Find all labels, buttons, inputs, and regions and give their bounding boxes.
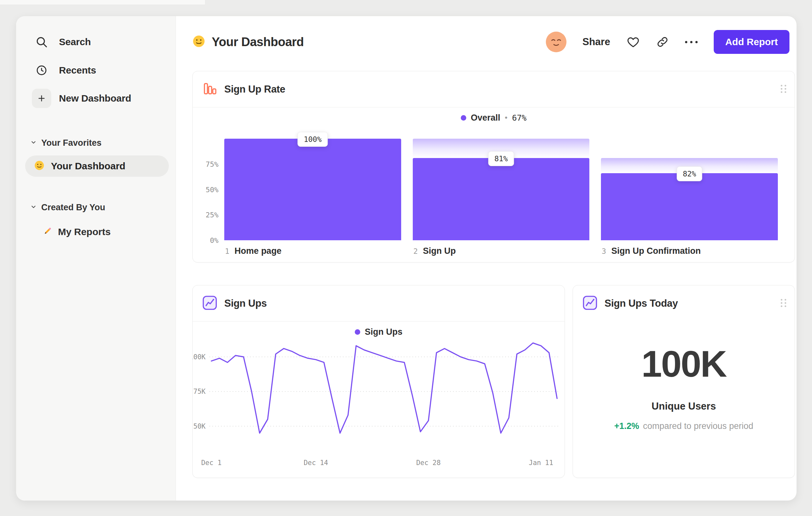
created-section-label: Created By You (41, 202, 105, 213)
stat-value: 100K (642, 345, 726, 382)
stat-delta-description: compared to previous period (643, 421, 753, 431)
sidebar: Search Recents New Dashboard Your Favori… (16, 16, 176, 500)
add-report-button[interactable]: Add Report (714, 30, 789, 54)
drag-handle-dots[interactable] (781, 85, 786, 93)
sign-ups-today-card-header: Sign Ups Today (573, 286, 794, 322)
sidebar-section-your-favorites[interactable]: Your Favorites (30, 138, 102, 148)
sidebar-recents-label: Recents (59, 65, 96, 76)
sign-ups-line-chart[interactable]: 100K75K50KDec 1Dec 14Dec 28Jan 11 (193, 336, 564, 475)
clock-icon (32, 61, 51, 80)
funnel-value-tooltip: 81% (488, 151, 514, 166)
smiley-emoji (34, 160, 45, 172)
funnel-value-tooltip: 100% (298, 132, 328, 147)
y-axis-tick: 0% (210, 236, 219, 244)
svg-text:100K: 100K (193, 353, 206, 361)
funnel-step-name: Sign Up Confirmation (611, 246, 700, 256)
app-window: Search Recents New Dashboard Your Favori… (16, 16, 797, 501)
funnel-legend-separator: • (505, 113, 508, 122)
sidebar-section-created-by-you[interactable]: Created By You (30, 202, 105, 213)
stat-delta-value: +1.2% (614, 421, 639, 431)
link-icon[interactable] (656, 35, 669, 48)
funnel-step-label: 1 Home page (225, 246, 281, 256)
funnel-bar[interactable] (601, 173, 778, 240)
sign-ups-card-header: Sign Ups (193, 286, 564, 322)
legend-dot (355, 329, 360, 335)
funnel-step-name: Home page (235, 246, 282, 256)
sign-ups-today-card: Sign Ups Today 100K Unique Users +1.2% c… (573, 285, 795, 478)
stat-body: 100K Unique Users +1.2% compared to prev… (573, 322, 794, 431)
funnel-legend: Overall • 67% (193, 107, 794, 128)
svg-text:Dec 28: Dec 28 (416, 459, 441, 467)
funnel-step-column: 82% 3 Sign Up Confirmation (601, 139, 778, 240)
funnel-step-column: 100% 1 Home page (224, 139, 401, 240)
svg-text:50K: 50K (193, 423, 206, 430)
line-legend-label: Sign Ups (365, 327, 402, 337)
sidebar-item-my-reports[interactable]: My Reports (42, 223, 111, 240)
funnel-legend-value: 67% (512, 113, 526, 123)
funnel-step-number: 1 (225, 247, 229, 255)
funnel-columns: 100% 1 Home page 81% 2 Sign Up (224, 139, 778, 240)
legend-dot (461, 115, 466, 120)
smiley-emoji (192, 35, 205, 49)
avatar-relieved-face[interactable] (546, 32, 567, 52)
created-item-label: My Reports (58, 226, 111, 237)
funnel-step-label: 3 Sign Up Confirmation (602, 246, 700, 256)
funnel-step-name: Sign Up (423, 246, 456, 256)
funnel-bar[interactable] (413, 158, 590, 240)
svg-text:Dec 1: Dec 1 (201, 459, 221, 467)
funnel-chart-icon (202, 81, 217, 98)
sign-up-rate-card: Sign Up Rate Overall • 67% 75% 50% 25% 0… (192, 71, 795, 263)
plus-icon (32, 89, 51, 108)
funnel-step-column: 81% 2 Sign Up (413, 139, 590, 240)
sign-ups-title: Sign Ups (224, 298, 267, 309)
pencil-emoji (42, 226, 52, 237)
svg-text:Jan 11: Jan 11 (529, 459, 553, 467)
line-chart-icon (202, 295, 217, 311)
sidebar-item-your-dashboard-selected[interactable]: Your Dashboard (25, 156, 169, 177)
heart-icon[interactable] (627, 35, 640, 49)
funnel-bar[interactable] (224, 139, 401, 240)
chevron-down-icon (30, 139, 37, 147)
sidebar-search-label: Search (59, 36, 91, 47)
y-axis-tick: 75% (206, 160, 219, 168)
svg-text:75K: 75K (193, 388, 206, 396)
favorites-section-label: Your Favorites (41, 138, 102, 148)
sign-up-rate-card-header: Sign Up Rate (193, 71, 794, 107)
sidebar-item-new-dashboard[interactable]: New Dashboard (32, 89, 131, 108)
funnel-step-number: 2 (413, 247, 418, 255)
y-axis-tick: 25% (206, 211, 219, 219)
y-axis-tick: 50% (206, 186, 219, 194)
sign-ups-today-title: Sign Ups Today (605, 298, 678, 309)
chevron-down-icon (30, 204, 37, 212)
funnel-plot: 75% 50% 25% 0% 100% 1 Home page (202, 139, 778, 240)
ellipsis-icon[interactable] (685, 41, 698, 43)
search-icon (32, 32, 51, 52)
page-title: Your Dashboard (212, 35, 304, 49)
svg-text:Dec 14: Dec 14 (303, 459, 328, 467)
sidebar-new-dashboard-label: New Dashboard (59, 93, 131, 104)
funnel-value-tooltip: 82% (677, 166, 702, 181)
line-chart-icon (583, 295, 598, 311)
stat-delta-row: +1.2% compared to previous period (614, 421, 753, 431)
sidebar-item-search[interactable]: Search (32, 32, 91, 52)
stat-unit-label: Unique Users (651, 401, 716, 412)
funnel-step-label: 2 Sign Up (413, 246, 456, 256)
share-button[interactable]: Share (583, 36, 610, 48)
background-window-artifact (0, 0, 205, 4)
funnel-y-axis: 75% 50% 25% 0% (202, 139, 221, 240)
funnel-step-number: 3 (602, 247, 606, 255)
drag-handle-dots[interactable] (781, 299, 786, 307)
sidebar-item-recents[interactable]: Recents (32, 61, 96, 80)
page-header: Your Dashboard Share Add Report (192, 30, 789, 54)
favorites-item-label: Your Dashboard (51, 161, 125, 171)
sign-up-rate-title: Sign Up Rate (224, 84, 285, 95)
sign-ups-card: Sign Ups Sign Ups 100K75K50KDec 1Dec 14D… (192, 285, 565, 478)
funnel-legend-label: Overall (471, 113, 500, 123)
